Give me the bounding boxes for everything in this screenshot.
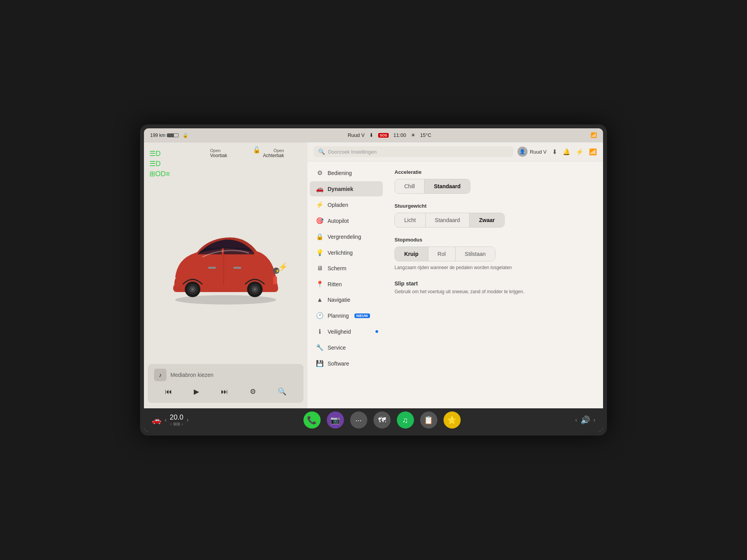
vergrendeling-icon: 🔒 — [316, 233, 324, 240]
status-username: Ruud V — [348, 132, 365, 138]
dots-button[interactable]: ··· — [350, 411, 367, 429]
achterbak-label[interactable]: Open Achterbak — [263, 148, 284, 158]
search-media-button[interactable]: 🔍 — [275, 385, 289, 398]
service-icon: 🔧 — [316, 344, 324, 351]
acceleratie-standaard-button[interactable]: Standaard — [424, 179, 470, 193]
taskbar: 🚗 ‹ 20.0 ‹ ⊞⊞ › › 📞 📷 ··· 🗺 ♫ 📋 — [144, 408, 603, 432]
temp-arrow-right: › — [182, 422, 183, 427]
user-info[interactable]: 👤 Ruud V — [517, 147, 547, 157]
temperature-display: 20.0 ‹ ⊞⊞ › — [170, 413, 183, 427]
book-button[interactable]: 📋 — [420, 411, 437, 429]
slip-start-section: Slip start Gebruik om het voertuig uit s… — [395, 280, 594, 295]
prev-track-button[interactable]: ⏮ — [163, 385, 174, 398]
status-bar: 199 km 🔒 Ruud V ⬇ SOS 11:00 ☀ 15°C 📶 — [144, 128, 603, 142]
vergrendeling-label: Vergrendeling — [328, 234, 361, 240]
main-area: ☰D ☰D ⊞OD≡ Open Voorbak Open Achterbak 🔓 — [144, 142, 603, 408]
signal-icon: 📶 — [591, 132, 597, 138]
notification-icon[interactable]: 🔔 — [563, 148, 570, 156]
search-input-wrap[interactable]: 🔍 Doorzoek Instellingen — [314, 146, 514, 157]
bediening-label: Bediening — [328, 170, 352, 176]
next-track-button[interactable]: ⏭ — [219, 385, 230, 398]
dynamiek-label: Dynamiek — [328, 186, 353, 192]
phone-button[interactable]: 📞 — [303, 411, 321, 429]
car-lock-icon: 🔓 — [253, 146, 261, 154]
taskbar-next-icon[interactable]: › — [593, 416, 595, 424]
acceleratie-button-group: Chill Standaard — [395, 179, 470, 194]
right-panel: 🔍 Doorzoek Instellingen 👤 Ruud V ⬇ 🔔 ⚡ 📶 — [307, 142, 603, 408]
stuurgewicht-section: Stuurgewicht Licht Standaard Zwaar — [395, 203, 594, 228]
stuurgewicht-licht-button[interactable]: Licht — [395, 213, 426, 227]
tesla-car-illustration: ⚡ — [163, 228, 288, 306]
acceleratie-chill-button[interactable]: Chill — [395, 179, 424, 193]
slip-start-description: Gebruik om het voertuig uit sneeuw, zand… — [395, 288, 594, 295]
navigatie-icon: ▲ — [316, 296, 324, 303]
temp-arrow-left: ‹ — [170, 422, 172, 427]
taskbar-left-arrow[interactable]: ‹ — [165, 416, 167, 424]
bluetooth-icon[interactable]: ⚡ — [576, 148, 584, 156]
map-button[interactable]: 🗺 — [374, 411, 391, 429]
nav-item-opladen[interactable]: ⚡ Opladen — [310, 197, 383, 212]
voorbak-label[interactable]: Open Voorbak — [210, 148, 227, 158]
stuurgewicht-zwaar-button[interactable]: Zwaar — [470, 213, 504, 227]
stopmodus-stilstaan-button[interactable]: Stilstaan — [456, 247, 495, 261]
nav-item-planning[interactable]: 🕐 Planning NIEUW — [310, 308, 383, 323]
status-left: 199 km 🔒 — [150, 133, 188, 138]
nav-item-bediening[interactable]: ⚙ Bediening — [310, 165, 383, 180]
nav-item-service[interactable]: 🔧 Service — [310, 340, 383, 355]
left-status-icons: ☰D ☰D ⊞OD≡ — [149, 150, 170, 177]
camera-button[interactable]: 📷 — [327, 411, 344, 429]
nav-item-veiligheid[interactable]: ℹ Veiligheid — [310, 324, 383, 339]
volume-icon[interactable]: 🔊 — [580, 415, 590, 425]
equalizer-button[interactable]: ⚙ — [247, 385, 258, 398]
stuurgewicht-standaard-button[interactable]: Standaard — [426, 213, 470, 227]
search-right-icons: 👤 Ruud V ⬇ 🔔 ⚡ 📶 — [517, 147, 597, 157]
spotify-button[interactable]: ♫ — [397, 411, 414, 429]
status-time: 11:00 — [393, 132, 406, 138]
car-tb-icon[interactable]: 🚗 — [152, 415, 161, 425]
veiligheid-icon: ℹ — [316, 328, 324, 335]
stuurgewicht-title: Stuurgewicht — [395, 203, 594, 209]
media-source-label[interactable]: Mediabron kiezen — [170, 372, 214, 378]
svg-rect-12 — [273, 276, 277, 284]
svg-rect-3 — [233, 267, 241, 269]
dynamiek-icon: 🚗 — [316, 185, 324, 192]
taskbar-right: ‹ 🔊 › — [575, 415, 595, 425]
scherm-label: Scherm — [328, 265, 346, 271]
nav-item-navigatie[interactable]: ▲ Navigatie — [310, 292, 383, 307]
temp-seat-icon: ⊞⊞ — [173, 422, 180, 427]
stopmodus-rol-button[interactable]: Rol — [428, 247, 456, 261]
taskbar-prev-icon[interactable]: ‹ — [575, 416, 577, 424]
opladen-label: Opladen — [328, 202, 348, 208]
download-icon-top[interactable]: ⬇ — [552, 148, 557, 156]
ritten-label: Ritten — [328, 281, 342, 287]
bediening-icon: ⚙ — [316, 169, 324, 177]
nav-item-vergrendeling[interactable]: 🔒 Vergrendeling — [310, 229, 383, 244]
autopilot-label: Autopilot — [328, 218, 349, 224]
charge-port-icon[interactable]: ⚡ — [278, 262, 288, 271]
settings-content: ⚙ Bediening 🚗 Dynamiek ⚡ Opladen 🎯 — [307, 161, 603, 408]
range-value: 199 km — [150, 133, 165, 138]
nav-item-software[interactable]: 💾 Software — [310, 356, 383, 371]
autopilot-icon: 🎯 — [316, 217, 324, 224]
planning-badge: NIEUW — [354, 313, 370, 318]
nav-item-autopilot[interactable]: 🎯 Autopilot — [310, 213, 383, 228]
navigatie-label: Navigatie — [328, 297, 350, 303]
nav-item-scherm[interactable]: 🖥 Scherm — [310, 261, 383, 276]
media-player: ♪ Mediabron kiezen ⏮ ▶ ⏭ ⚙ 🔍 — [148, 364, 303, 403]
opladen-icon: ⚡ — [316, 201, 324, 208]
achterbak-text: Achterbak — [263, 153, 284, 158]
star-button[interactable]: ⭐ — [444, 411, 461, 429]
battery-bar — [167, 133, 179, 137]
nav-item-verlichting[interactable]: 💡 Verlichting — [310, 245, 383, 260]
search-bar: 🔍 Doorzoek Instellingen 👤 Ruud V ⬇ 🔔 ⚡ 📶 — [307, 142, 603, 161]
stopmodus-kruip-button[interactable]: Kruip — [395, 247, 428, 261]
taskbar-center: 📞 📷 ··· 🗺 ♫ 📋 ⭐ — [189, 411, 575, 429]
voorbak-text: Voorbak — [210, 153, 227, 158]
stopmodus-section: Stopmodus Kruip Rol Stilstaan Langzaam r… — [395, 237, 594, 271]
play-pause-button[interactable]: ▶ — [191, 385, 202, 398]
temp-controls: ‹ ⊞⊞ › — [170, 422, 183, 427]
planning-label: Planning — [328, 313, 349, 319]
signal-bars-icon[interactable]: 📶 — [589, 148, 597, 156]
nav-item-ritten[interactable]: 📍 Ritten — [310, 276, 383, 292]
nav-item-dynamiek[interactable]: 🚗 Dynamiek — [310, 181, 383, 196]
